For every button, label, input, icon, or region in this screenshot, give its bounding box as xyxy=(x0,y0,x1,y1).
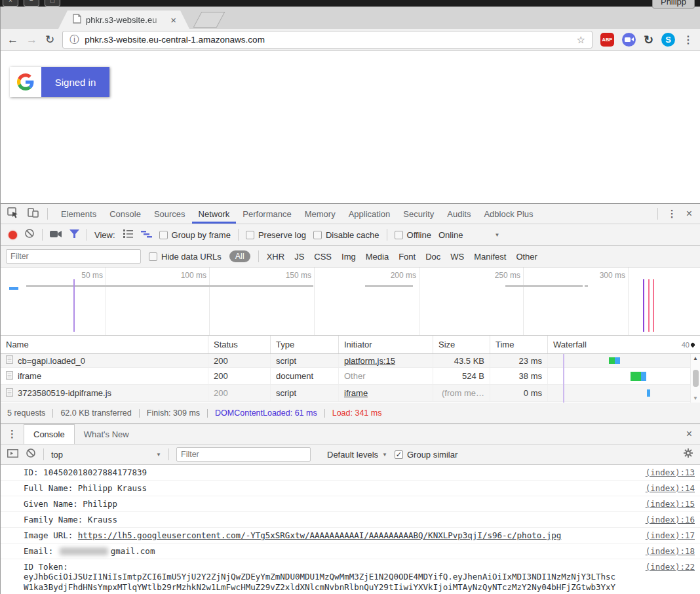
video-extension-icon[interactable] xyxy=(622,33,636,47)
type-filter-doc[interactable]: Doc xyxy=(425,252,440,262)
column-header-initiator[interactable]: Initiator xyxy=(339,336,433,353)
device-toolbar-icon[interactable] xyxy=(28,208,39,220)
sync-extension-icon[interactable]: ↻ xyxy=(644,34,653,46)
type-filter-js[interactable]: JS xyxy=(294,252,304,262)
console-source-link[interactable]: (index):22 xyxy=(646,562,695,572)
preserve-log-toggle[interactable]: Preserve log xyxy=(246,230,306,240)
execution-context-dropdown[interactable]: top ▼ xyxy=(51,450,161,460)
tab-network[interactable]: Network xyxy=(192,204,237,224)
window-maximize-button[interactable]: □ xyxy=(45,0,60,7)
preserve-log-checkbox[interactable] xyxy=(246,231,254,239)
request-initiator-link[interactable]: platform.js:15 xyxy=(344,356,395,366)
disable-cache-toggle[interactable]: Disable cache xyxy=(313,230,379,240)
devtools-close-icon[interactable]: × xyxy=(686,208,692,220)
clear-icon[interactable] xyxy=(24,228,35,241)
new-tab-button[interactable] xyxy=(193,12,225,28)
group-similar-checkbox[interactable]: ✓ xyxy=(395,450,403,459)
console-filter-input[interactable] xyxy=(176,447,311,462)
tab-performance[interactable]: Performance xyxy=(236,204,298,224)
window-minimize-button[interactable]: − xyxy=(24,0,39,7)
group-by-frame-checkbox[interactable] xyxy=(159,231,168,239)
browser-tab[interactable]: phkr.s3-website.eu × xyxy=(58,10,189,29)
type-filter-font[interactable]: Font xyxy=(399,252,416,262)
tab-console[interactable]: Console xyxy=(103,204,147,224)
skype-extension-icon[interactable]: S xyxy=(661,33,675,47)
offline-toggle[interactable]: Offline xyxy=(395,230,431,240)
view-list-icon[interactable] xyxy=(123,229,134,241)
offline-checkbox[interactable] xyxy=(395,231,403,239)
devtools-menu-icon[interactable]: ⋮ xyxy=(667,208,677,220)
record-icon[interactable] xyxy=(9,231,17,239)
throttling-dropdown[interactable]: Online ▼ xyxy=(438,230,500,240)
clear-console-icon[interactable] xyxy=(26,448,36,461)
network-overview-timeline[interactable]: 50 ms 100 ms 150 ms 200 ms 250 ms 300 ms xyxy=(1,267,700,336)
type-filter-other[interactable]: Other xyxy=(516,252,537,262)
tab-memory[interactable]: Memory xyxy=(298,204,342,224)
scroll-up-icon[interactable]: ▲ xyxy=(693,355,698,361)
console-source-link[interactable]: (index):14 xyxy=(646,483,695,493)
console-source-link[interactable]: (index):13 xyxy=(646,467,695,477)
network-request-row[interactable]: iframe 200 document Other 524 B 38 ms xyxy=(1,368,700,385)
console-settings-gear-icon[interactable] xyxy=(683,448,693,461)
forward-icon[interactable]: → xyxy=(26,34,37,45)
network-request-row[interactable]: 3723580519-idpiframe.js 200 script ifram… xyxy=(1,385,700,402)
desktop-username[interactable]: Philipp xyxy=(652,0,695,9)
request-initiator-link[interactable]: iframe xyxy=(344,388,368,398)
drawer-menu-icon[interactable]: ⋮ xyxy=(7,428,17,440)
console-source-link[interactable]: (index):15 xyxy=(646,499,695,509)
network-request-row[interactable]: cb=gapi.loaded_0 200 script platform.js:… xyxy=(1,354,700,368)
tab-application[interactable]: Application xyxy=(342,204,397,224)
column-header-time[interactable]: Time xyxy=(490,336,548,353)
url-text[interactable]: phkr.s3-website.eu-central-1.amazonaws.c… xyxy=(85,35,570,45)
hide-data-urls-checkbox[interactable] xyxy=(149,252,157,261)
group-similar-toggle[interactable]: ✓ Group similar xyxy=(395,450,457,460)
column-header-type[interactable]: Type xyxy=(271,336,339,353)
console-url-link[interactable]: https://lh5.googleusercontent.com/-YTg5x… xyxy=(78,530,562,540)
disable-cache-checkbox[interactable] xyxy=(313,231,322,239)
drawer-tab-whats-new[interactable]: What's New xyxy=(75,424,138,444)
tab-close-icon[interactable]: × xyxy=(170,15,176,25)
filter-icon[interactable] xyxy=(69,229,79,241)
column-header-waterfall[interactable]: Waterfall 40 xyxy=(548,336,700,353)
show-console-sidebar-icon[interactable] xyxy=(7,448,18,460)
type-filter-all[interactable]: All xyxy=(229,250,250,262)
console-source-link[interactable]: (index):18 xyxy=(646,546,695,556)
back-icon[interactable]: ← xyxy=(7,34,18,45)
browser-menu-icon[interactable]: ⋮ xyxy=(683,33,693,46)
view-waterfall-icon[interactable] xyxy=(141,229,152,241)
drawer-tab-console[interactable]: Console xyxy=(24,424,75,444)
capture-screenshots-icon[interactable] xyxy=(50,229,62,241)
reload-icon[interactable]: ↻ xyxy=(45,34,54,45)
window-close-button[interactable]: × xyxy=(3,0,18,7)
tab-security[interactable]: Security xyxy=(397,204,440,224)
scroll-down-icon[interactable]: ▼ xyxy=(693,395,698,401)
type-filter-img[interactable]: Img xyxy=(341,252,356,262)
type-filter-media[interactable]: Media xyxy=(366,252,389,262)
type-filter-xhr[interactable]: XHR xyxy=(267,252,284,262)
type-filter-css[interactable]: CSS xyxy=(314,252,332,262)
tab-elements[interactable]: Elements xyxy=(54,204,103,224)
console-source-link[interactable]: (index):17 xyxy=(646,530,695,540)
drawer-close-icon[interactable]: × xyxy=(686,428,692,440)
type-filter-ws[interactable]: WS xyxy=(450,252,464,262)
waterfall-scrollbar[interactable]: ▲ ▼ xyxy=(690,354,700,403)
google-signin-button[interactable]: Signed in xyxy=(10,67,109,97)
log-levels-dropdown[interactable]: Default levels ▼ xyxy=(327,450,387,460)
hide-data-urls-toggle[interactable]: Hide data URLs xyxy=(149,252,222,262)
address-bar[interactable]: ⓘ phkr.s3-website.eu-central-1.amazonaws… xyxy=(62,31,593,49)
network-filter-input[interactable] xyxy=(6,249,141,264)
column-header-status[interactable]: Status xyxy=(208,336,271,353)
site-info-icon[interactable]: ⓘ xyxy=(69,34,79,46)
tab-sources[interactable]: Sources xyxy=(147,204,192,224)
adblock-extension-icon[interactable]: ABP xyxy=(600,33,614,47)
tab-adblock-plus[interactable]: Adblock Plus xyxy=(477,204,539,224)
inspect-element-icon[interactable] xyxy=(7,207,19,221)
group-by-frame-toggle[interactable]: Group by frame xyxy=(159,230,231,240)
scrollbar-thumb[interactable] xyxy=(693,370,699,387)
tab-audits[interactable]: Audits xyxy=(440,204,477,224)
column-header-name[interactable]: Name xyxy=(1,336,208,353)
bookmark-star-icon[interactable]: ☆ xyxy=(576,34,585,46)
console-source-link[interactable]: (index):16 xyxy=(646,515,695,525)
column-header-size[interactable]: Size xyxy=(433,336,490,353)
type-filter-manifest[interactable]: Manifest xyxy=(474,252,506,262)
